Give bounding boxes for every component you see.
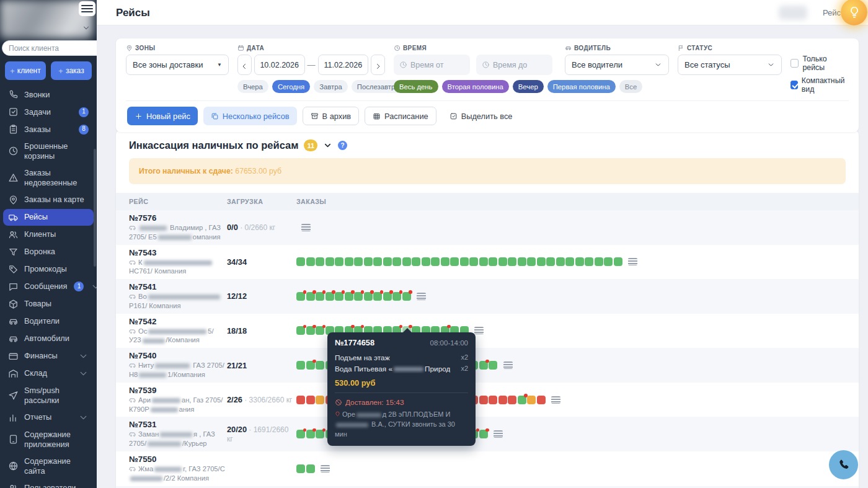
order-square[interactable] [392,292,401,301]
action-выделить-все[interactable]: Выделить все [442,107,520,125]
order-square[interactable] [441,257,450,266]
order-square[interactable] [373,257,382,266]
order-square[interactable] [402,292,411,301]
sidebar-item-рейсы[interactable]: Рейсы [3,209,94,226]
sidebar-item-пользователи[interactable]: Пользователи [3,480,94,488]
date-next-button[interactable] [371,55,385,75]
order-square[interactable] [373,292,382,301]
route-row-7576[interactable]: №7576 Владимир , ГАЗ 2705/ Е5омпания0/0 … [116,210,859,245]
checkbox-только-рейсы[interactable]: Только рейсы [790,55,849,72]
order-square[interactable] [383,257,392,266]
order-list-icon[interactable] [301,224,311,231]
sidebar-item-водители[interactable]: Водители [3,313,94,330]
order-list-icon[interactable] [417,293,426,300]
sidebar-item-задачи[interactable]: Задачи1 [3,104,94,120]
order-square[interactable] [296,430,305,438]
zones-select[interactable]: Все зоны доставки ▼ [126,55,229,75]
order-square[interactable] [479,396,488,404]
date-chip-завтра[interactable]: Завтра [314,80,348,93]
sidebar-item-клиенты[interactable]: Клиенты [3,226,94,243]
order-square[interactable] [575,257,584,266]
order-square[interactable] [498,257,507,266]
order-square[interactable] [498,396,507,404]
chevron-down-icon[interactable] [323,141,332,150]
order-square[interactable] [335,257,343,266]
order-square[interactable] [306,396,315,404]
order-square[interactable] [306,257,315,266]
driver-select[interactable]: Все водители [565,55,669,75]
order-square[interactable] [364,257,373,266]
route-row-7539[interactable]: №7539Ариан, Газ 2705/ К790Рания2/26 · 33… [116,383,859,417]
sidebar-item-промокоды[interactable]: Промокоды [3,261,94,278]
order-square[interactable] [402,257,411,266]
order-square[interactable] [518,396,526,404]
route-row-7540[interactable]: №7540Ниту ГАЗ 2705/ Н81/Компания21/21 [116,348,859,383]
order-square[interactable] [392,257,401,266]
route-row-7542[interactable]: №7542Ос5/ У23/Компания18/18 [116,314,859,348]
sidebar-scrollbar[interactable] [94,149,96,267]
order-square[interactable] [508,257,516,266]
tips-button[interactable] [841,0,867,25]
sidebar-item-сообщения[interactable]: Сообщения1 [3,278,94,295]
time-chip-весь-день[interactable]: Весь день [394,80,438,93]
sidebar-item-товары[interactable]: Товары [3,296,94,313]
sidebar-item-sms-push-рассылки[interactable]: Sms/push рассылки [3,383,94,409]
order-list-icon[interactable] [494,430,503,438]
order-square[interactable] [431,257,440,266]
order-square[interactable] [296,361,305,370]
order-square[interactable] [614,257,622,266]
order-square[interactable] [546,257,555,266]
order-square[interactable] [306,464,315,473]
order-square[interactable] [364,292,373,301]
order-square[interactable] [316,326,324,335]
order-list-icon[interactable] [503,362,513,369]
route-row-7531[interactable]: №7531Заманя , ГАЗ 2705//Курьер20/20 · 16… [116,417,859,451]
sidebar-item-финансы[interactable]: Финансы [3,348,94,365]
sidebar-item-воронка[interactable]: Воронка [3,244,94,260]
date-from-input[interactable]: 10.02.2026 [254,55,305,75]
time-to-input[interactable]: Время до [476,55,552,75]
order-square[interactable] [326,257,334,266]
date-to-input[interactable]: 11.02.2026 [318,55,369,75]
order-list-icon[interactable] [628,258,637,265]
time-from-input[interactable]: Время от [394,55,470,75]
search-input[interactable] [2,40,97,56]
order-square[interactable] [354,257,363,266]
date-chip-сегодня[interactable]: Сегодня [272,80,310,93]
order-square[interactable] [316,257,324,266]
order-square[interactable] [595,257,603,266]
order-square[interactable] [345,257,353,266]
order-square[interactable] [585,257,593,266]
date-prev-button[interactable] [237,55,252,75]
order-square[interactable] [316,292,324,301]
sidebar-item-брошенные-корзины[interactable]: Брошенные корзины [3,138,94,164]
order-square[interactable] [479,430,488,438]
order-square[interactable] [296,396,305,404]
order-square[interactable] [316,430,324,438]
sidebar-item-автомобили[interactable]: Автомобили [3,331,94,347]
order-square[interactable] [296,326,305,335]
order-square[interactable] [537,396,546,404]
sidebar-item-содержание-приложения[interactable]: Содержание приложения [3,427,94,453]
topbar-right-link[interactable]: Рейс [823,8,841,17]
order-square[interactable] [469,257,478,266]
order-square[interactable] [518,257,526,266]
order-square[interactable] [527,257,536,266]
order-square[interactable] [306,326,315,335]
order-square[interactable] [604,257,613,266]
help-icon[interactable]: ? [338,141,347,150]
sidebar-item-звонки[interactable]: Звонки [3,86,94,103]
route-row-7543[interactable]: №7543КНС761/ Компания34/34 [116,245,859,280]
route-row-7550[interactable]: №7550Жмаг, ГАЗ 2705/С/2/2 Компания [116,451,859,486]
time-chip-вторая-половина[interactable]: Вторая половина [442,80,509,93]
order-list-icon[interactable] [474,327,484,334]
sidebar-item-отчеты[interactable]: Отчеты [3,409,94,426]
action-в-архив[interactable]: В архив [303,107,360,125]
route-row-7545[interactable]: №7545В, ГАЗ 2705/А9/1/10 Компания [116,486,859,488]
order-square[interactable] [422,257,430,266]
order-list-icon[interactable] [321,465,330,472]
order-square[interactable] [316,361,324,370]
action-расписание[interactable]: Расписание [365,107,436,125]
status-select[interactable]: Все статусы [678,55,782,75]
order-square[interactable] [527,396,536,404]
